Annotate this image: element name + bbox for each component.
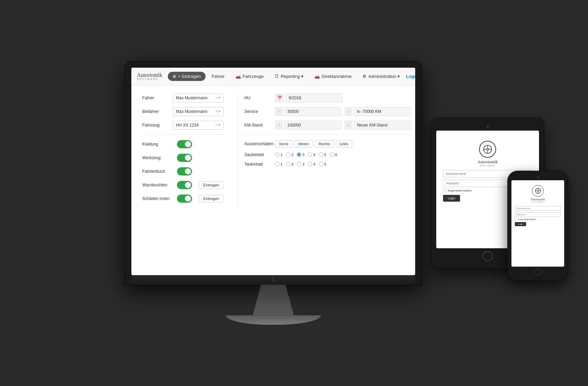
fahrtenbuch-toggle[interactable] bbox=[177, 167, 192, 175]
tankinhalt-row: Tankinhalt 1 2 bbox=[244, 162, 411, 167]
damage-hinten-btn[interactable]: Hinten bbox=[294, 140, 313, 148]
sauberkeit-3[interactable]: 3 bbox=[297, 152, 304, 157]
tank-radio-4 bbox=[308, 162, 312, 166]
nav-reporting[interactable]: 🗒 Reporting ▾ bbox=[270, 72, 308, 81]
fahrzeug-select-actions: × ▾ bbox=[215, 123, 220, 127]
radio-2-circle bbox=[286, 152, 290, 157]
phone-logo-circle bbox=[532, 185, 544, 197]
phone-logo-sub: SOFTWARE bbox=[531, 201, 545, 203]
svg-point-1 bbox=[487, 148, 489, 150]
kmstand-input[interactable] bbox=[284, 121, 341, 130]
tank-2-label: 2 bbox=[291, 162, 293, 166]
schaeden-eintragen-btn[interactable]: Eintragen bbox=[199, 195, 224, 202]
tablet-login-btn[interactable]: Login bbox=[443, 195, 460, 202]
phone-remember-checkbox[interactable] bbox=[515, 218, 517, 220]
kmstand-new-input[interactable] bbox=[354, 121, 411, 130]
warning-icon-km: ⚠ bbox=[275, 121, 283, 129]
kmstand-new-group: ⚠ bbox=[345, 121, 411, 130]
toggle-warnleuchten: Warnleuchten Eintragen bbox=[142, 181, 224, 189]
divider-2 bbox=[244, 134, 411, 135]
monitor-screen: Autoriontik SOFTWARE ⊕ + Eintragen Fahre… bbox=[131, 68, 415, 275]
radio-5-circle bbox=[319, 152, 323, 157]
phone-home-button[interactable] bbox=[535, 269, 541, 275]
sauberkeit-6[interactable]: 6 bbox=[330, 152, 337, 157]
nav-eintragen-label: + Eintragen bbox=[178, 74, 201, 79]
hu-row: HU 📅 bbox=[244, 94, 411, 102]
hu-input[interactable] bbox=[285, 94, 343, 102]
damage-vorne-btn[interactable]: Vorne bbox=[275, 140, 292, 148]
tank-4[interactable]: 4 bbox=[308, 162, 315, 166]
tablet-camera bbox=[486, 125, 489, 128]
apple-logo:  bbox=[272, 276, 275, 283]
logout-button[interactable]: Logout bbox=[406, 74, 415, 79]
sauberkeit-2[interactable]: 2 bbox=[286, 152, 293, 157]
nav-direktannahme[interactable]: 🚗 Direktannahme bbox=[310, 72, 356, 81]
beifahrer-row: Beifahrer Max Mustermann × ▾ bbox=[142, 107, 224, 116]
tank-3[interactable]: 3 bbox=[297, 162, 304, 166]
phone-remember-row: Angemeldet bleiben bbox=[515, 218, 536, 220]
kleidung-toggle[interactable] bbox=[177, 140, 192, 148]
stand-base bbox=[226, 315, 321, 325]
warning-icon-km-new: ⚠ bbox=[345, 121, 353, 129]
logo-text: Autoriontik bbox=[137, 72, 162, 78]
tank-5[interactable]: 5 bbox=[319, 162, 326, 166]
beifahrer-value: Max Mustermann bbox=[176, 109, 208, 114]
hu-input-group: 📅 bbox=[275, 94, 343, 102]
warnleuchten-toggle[interactable] bbox=[177, 181, 192, 189]
fahrer-select[interactable]: Max Mustermann × ▾ bbox=[173, 94, 224, 102]
tablet-remember-checkbox[interactable] bbox=[443, 189, 446, 192]
nav-eintragen[interactable]: ⊕ + Eintragen bbox=[168, 72, 206, 81]
doc-icon: 🗒 bbox=[275, 74, 279, 79]
tablet-remember-row: Angemeldet bleiben bbox=[443, 189, 472, 192]
app-logo: Autoriontik SOFTWARE bbox=[137, 72, 162, 80]
damage-links-btn[interactable]: Links bbox=[336, 140, 352, 148]
tank-4-label: 4 bbox=[313, 162, 315, 166]
monitor-stand bbox=[125, 285, 421, 325]
werkzeug-toggle[interactable] bbox=[177, 154, 192, 162]
radio-5-label: 5 bbox=[324, 153, 326, 157]
sauberkeit-radio-group: 1 2 3 bbox=[275, 152, 337, 157]
nav-administration-label: Administration ▾ bbox=[368, 74, 400, 79]
radio-2-label: 2 bbox=[291, 153, 293, 157]
tablet-home-button[interactable] bbox=[483, 251, 493, 261]
fahrzeug-select[interactable]: HH XX 1234 × ▾ bbox=[173, 121, 224, 130]
service-input[interactable] bbox=[284, 107, 341, 116]
warning-icon-service: ⚠ bbox=[275, 107, 283, 116]
hu-label: HU bbox=[244, 96, 272, 100]
sauberkeit-1[interactable]: 1 bbox=[275, 152, 282, 157]
nav-administration[interactable]: ⚙ Administration ▾ bbox=[358, 72, 405, 81]
phone-remember-label: Angemeldet bleiben bbox=[518, 218, 536, 220]
gear-icon: ⚙ bbox=[362, 74, 366, 79]
phone-login-logo: Autoriontik SOFTWARE bbox=[531, 185, 545, 203]
warnleuchten-eintragen-btn[interactable]: Eintragen bbox=[199, 181, 224, 189]
sauberkeit-5[interactable]: 5 bbox=[319, 152, 326, 157]
kmstand-row: KM-Stand ⚠ ⚠ bbox=[244, 121, 411, 130]
sauberkeit-4[interactable]: 4 bbox=[308, 152, 315, 157]
phone-camera bbox=[537, 176, 539, 178]
beifahrer-select-actions: × ▾ bbox=[215, 109, 220, 114]
toggle-warnleuchten-label: Warnleuchten bbox=[142, 183, 173, 187]
nav-fahrzeuge[interactable]: 🚗 Fahrzeuge bbox=[231, 72, 268, 81]
monitor-chin:  bbox=[131, 275, 415, 285]
phone-logo-text: Autoriontik bbox=[531, 198, 545, 201]
damage-rechts-btn[interactable]: Rechts bbox=[315, 140, 334, 148]
plus-icon: ⊕ bbox=[173, 74, 176, 79]
monitor-bezel: Autoriontik SOFTWARE ⊕ + Eintragen Fahre… bbox=[125, 62, 421, 285]
tank-1[interactable]: 1 bbox=[275, 162, 282, 166]
radio-4-circle bbox=[308, 152, 312, 157]
radio-1-label: 1 bbox=[280, 153, 282, 157]
warning-icon-service-km: ⚠ bbox=[345, 107, 353, 116]
schaeden-toggle[interactable] bbox=[177, 195, 192, 203]
radio-4-label: 4 bbox=[313, 153, 315, 157]
beifahrer-select[interactable]: Max Mustermann × ▾ bbox=[173, 107, 224, 116]
nav-fahrer[interactable]: Fahrer bbox=[207, 72, 229, 81]
logo-sub: SOFTWARE bbox=[137, 78, 162, 80]
tank-5-label: 5 bbox=[324, 162, 326, 166]
tank-2[interactable]: 2 bbox=[286, 162, 293, 166]
phone-password-input[interactable] bbox=[515, 212, 561, 217]
service-km-input[interactable] bbox=[354, 107, 411, 116]
nav-fahrer-label: Fahrer bbox=[212, 74, 225, 79]
phone-username-input[interactable] bbox=[515, 206, 561, 211]
left-column: Fahrer Max Mustermann × ▾ Beifahrer Max … bbox=[142, 94, 224, 208]
phone-login-btn[interactable]: Login bbox=[515, 222, 526, 226]
